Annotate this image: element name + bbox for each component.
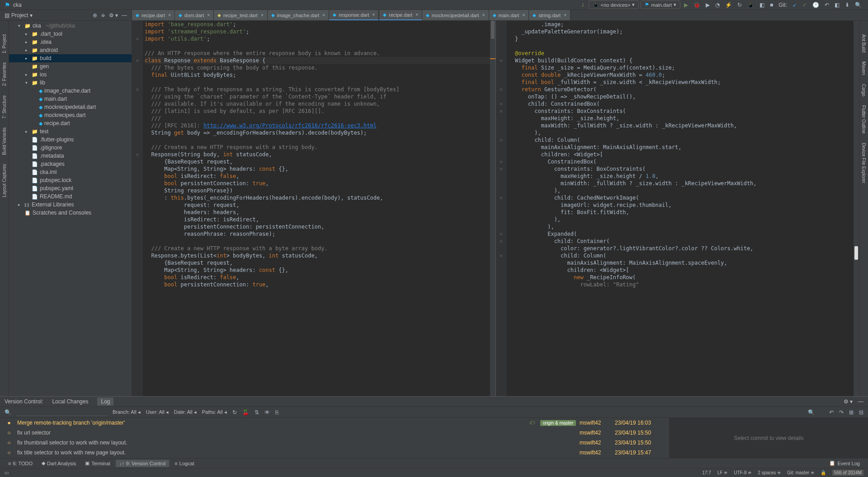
target-icon[interactable]: ⊕	[93, 12, 97, 19]
tree-item[interactable]: ▸📁ios	[9, 70, 132, 79]
devtools-icon[interactable]: 📱	[745, 1, 756, 9]
commit-row[interactable]: ○fix url selectormswift4223/04/19 15:50	[0, 428, 669, 438]
intellisort-icon[interactable]: ⇅	[255, 409, 259, 416]
tree-item[interactable]: ▸📁.idea	[9, 38, 132, 46]
side-tab[interactable]: 2: Favorites	[1, 58, 8, 90]
hot-reload-icon[interactable]: ⚡	[723, 1, 734, 9]
close-icon[interactable]: ×	[564, 13, 566, 18]
close-icon[interactable]: ×	[415, 12, 418, 17]
side-tab[interactable]: Layout Captures	[1, 159, 8, 201]
editor-right[interactable]: ⊟⊟⊟⊟⊟⊟⊟⊟⊟⊟⊟ .image; _updatePaletteGenera…	[496, 21, 859, 396]
tree-item[interactable]: ▸📁build	[9, 54, 132, 62]
tree-item[interactable]: 📋Scratches and Consoles	[9, 209, 132, 217]
tree-item[interactable]: 📄.flutter-plugins	[9, 136, 132, 144]
editor-tab[interactable]: ◆dom.dart×	[175, 10, 214, 20]
side-tab[interactable]: 1: Project	[1, 30, 8, 58]
commit-row[interactable]: ○fix title selector to work with new pag…	[0, 448, 669, 458]
logcat-tab[interactable]: ≡ Logcat	[171, 460, 198, 467]
search-icon[interactable]: 🔍	[853, 1, 863, 9]
status-memory[interactable]: 566 of 2014M	[832, 470, 863, 476]
redo-icon[interactable]: ↷	[839, 409, 844, 416]
tree-item[interactable]: ▸📁test	[9, 127, 132, 136]
tree-item[interactable]: 📄pubspec.lock	[9, 176, 132, 184]
close-icon[interactable]: ×	[372, 12, 375, 17]
vcs-revert-icon[interactable]: ↶	[823, 1, 831, 9]
tree-item[interactable]: 📄.metadata	[9, 152, 132, 160]
editor-tab[interactable]: ◆recipe.dart×	[132, 10, 175, 20]
side-tab[interactable]: Maven	[860, 57, 867, 80]
debug-icon[interactable]: 🐞	[692, 1, 702, 9]
lock-icon[interactable]: 🔒	[821, 470, 826, 475]
tree-item[interactable]: ▾📁lib	[9, 79, 132, 87]
close-icon[interactable]: ×	[322, 13, 325, 18]
event-log-tab[interactable]: 📋 Event Log	[826, 459, 863, 467]
side-tab[interactable]: Ant Build	[860, 30, 867, 57]
tree-item[interactable]: ◆recipe.dart	[9, 119, 132, 127]
editor-tab[interactable]: ◆main.dart×	[489, 10, 529, 20]
close-icon[interactable]: ×	[207, 13, 210, 18]
status-line-sep[interactable]: LF ≑	[717, 470, 727, 475]
commit-row[interactable]: ●Merge remote-tracking branch 'origin/ma…	[0, 418, 669, 428]
branch-filter[interactable]: Branch: All ◂	[113, 409, 141, 415]
dart-analysis-tab[interactable]: ◆ Dart Analysis	[38, 459, 80, 467]
log-search-input[interactable]	[17, 409, 107, 416]
eye-icon[interactable]: 👁	[264, 409, 270, 416]
vcs-history-icon[interactable]: 🕐	[811, 1, 821, 9]
tree-item[interactable]: ◆image_chache.dart	[9, 87, 132, 95]
side-tab[interactable]: Device File Explorer	[860, 138, 867, 187]
settings-icon[interactable]: ⚙ ▾	[844, 398, 853, 405]
commits-list[interactable]: ●Merge remote-tracking branch 'origin/ma…	[0, 418, 669, 458]
coverage-icon[interactable]: ▶	[704, 1, 712, 9]
tree-item[interactable]: 📄pubspec.yaml	[9, 184, 132, 192]
side-tab[interactable]: Build Variants	[1, 123, 8, 159]
quick-access-icon[interactable]: ▭	[5, 470, 9, 475]
tree-item[interactable]: 📁gen	[9, 62, 132, 70]
flutter-attach-icon[interactable]: ⤸	[579, 1, 587, 9]
hide-icon[interactable]: —	[858, 398, 863, 405]
project-tree[interactable]: ▾📁cka~/github/cka▸📁.dart_tool▸📁.idea▸📁an…	[9, 21, 132, 396]
date-filter[interactable]: Date: All ◂	[174, 409, 197, 415]
tree-item[interactable]: ▸📁.dart_tool	[9, 30, 132, 38]
hide-icon[interactable]: —	[122, 12, 127, 19]
gear-icon[interactable]: ⚙ ▾	[109, 12, 118, 19]
editor-tab[interactable]: ◆mockrecipedetail.dart×	[422, 10, 489, 20]
status-indent[interactable]: 2 spaces ≑	[758, 470, 781, 475]
close-icon[interactable]: ×	[522, 13, 525, 18]
scrollbar[interactable]	[490, 21, 495, 396]
editor-tab[interactable]: ◆response.dart×	[329, 10, 379, 20]
search-icon[interactable]: 🔍	[808, 409, 815, 416]
tree-item[interactable]: ▸⫿⫿External Libraries	[9, 201, 132, 209]
vcs-commit-icon[interactable]: ✓	[801, 1, 809, 9]
hot-restart-icon[interactable]: ↻	[736, 1, 744, 9]
close-icon[interactable]: ×	[482, 13, 485, 18]
user-filter[interactable]: User: All ◂	[146, 409, 169, 415]
close-icon[interactable]: ×	[168, 13, 171, 18]
tree-item[interactable]: ◆mockrecipedetail.dart	[9, 103, 132, 111]
undo-icon[interactable]: ↶	[829, 409, 834, 416]
tree-item[interactable]: ◆main.dart	[9, 95, 132, 103]
group-icon[interactable]: ⊞	[849, 409, 854, 416]
tree-item[interactable]: 📄README.md	[9, 192, 132, 201]
refresh-icon[interactable]: ↻	[232, 409, 237, 416]
todo-tab[interactable]: ≡ 6: TODO	[5, 460, 36, 467]
tree-item[interactable]: 📄.gitignore	[9, 144, 132, 152]
device-selector[interactable]: 📱 <no devices> ▾	[589, 0, 639, 9]
terminal-tab[interactable]: ▣ Terminal	[81, 459, 114, 467]
tree-item[interactable]: ▸📁android	[9, 46, 132, 54]
avd-icon[interactable]: ◧	[833, 1, 841, 9]
tree-item[interactable]: 📄.packages	[9, 160, 132, 168]
side-tab[interactable]: Cargo	[860, 80, 867, 101]
collapse-icon[interactable]: ≑	[101, 12, 105, 19]
editor-tab[interactable]: ◆recipe.dart×	[379, 10, 422, 20]
expand-icon[interactable]: ⊟	[859, 409, 863, 416]
close-icon[interactable]: ×	[261, 13, 264, 18]
side-tab[interactable]: 7: Structure	[1, 91, 8, 123]
tree-item[interactable]: ▾📁cka~/github/cka	[9, 22, 132, 30]
inspect-icon[interactable]: ◧	[758, 1, 766, 9]
profile-icon[interactable]: ◔	[713, 1, 722, 9]
status-git[interactable]: Git: master ≑	[787, 470, 814, 475]
status-encoding[interactable]: UTF-8 ≑	[734, 470, 751, 475]
editor-tab[interactable]: ◆string.dart×	[529, 10, 571, 20]
editor-tab[interactable]: ◆image_chache.dart×	[268, 10, 329, 20]
stop-icon[interactable]: ■	[768, 1, 775, 9]
